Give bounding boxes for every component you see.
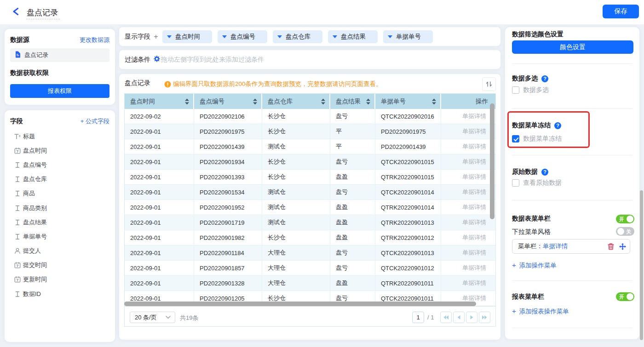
help-icon[interactable]: ?: [541, 169, 548, 176]
settings-panel: 数据筛选颜色设置 颜色设置 数据多选 ? 数据多选 数据菜单冻结 ? 数据菜单冻…: [505, 27, 639, 339]
multi-select-checkbox[interactable]: [512, 86, 519, 94]
field-item[interactable]: 盘点编号: [10, 158, 109, 172]
table-cell: 平: [330, 124, 375, 139]
page-title[interactable]: 盘点记录: [27, 7, 58, 18]
table-cell: 2022-09-01: [125, 154, 194, 170]
last-page-button[interactable]: [479, 312, 490, 323]
trash-icon[interactable]: [608, 243, 614, 250]
help-icon[interactable]: ?: [554, 122, 561, 129]
column-header[interactable]: 操作: [441, 94, 495, 109]
row-action-link[interactable]: 单据详情: [441, 245, 495, 261]
column-sort-icon[interactable]: [253, 98, 258, 105]
change-datasource-link[interactable]: 更改数据源: [80, 36, 109, 44]
page-scrollbar-thumb[interactable]: [640, 190, 643, 340]
row-action-link[interactable]: 单据详情: [441, 170, 495, 185]
horizontal-scrollbar-thumb[interactable]: [124, 301, 476, 306]
display-field-chip[interactable]: 盘点结果: [328, 30, 378, 43]
column-header[interactable]: 盘点结果: [330, 94, 375, 109]
column-header[interactable]: 盘点时间: [125, 94, 194, 109]
field-item[interactable]: 商品类别: [10, 201, 109, 215]
column-sort-icon[interactable]: [321, 98, 326, 105]
add-display-field-icon[interactable]: +: [153, 33, 159, 41]
dropdown-style-toggle[interactable]: 关: [616, 227, 634, 236]
table-menu-toggle[interactable]: 开: [616, 215, 634, 223]
column-header-label: 操作: [476, 97, 488, 106]
row-action-link[interactable]: 单据详情: [441, 200, 495, 215]
chip-label: 单据单号: [396, 33, 421, 41]
field-item[interactable]: 盘点仓库: [10, 172, 109, 187]
fields-title: 字段: [10, 117, 23, 125]
report-menu-toggle[interactable]: 开: [616, 292, 634, 301]
datasource-title: 数据源: [10, 36, 29, 44]
row-action-link[interactable]: 单据详情: [441, 139, 495, 154]
row-action-link[interactable]: 单据详情: [441, 185, 495, 200]
back-icon[interactable]: [12, 8, 19, 15]
display-field-chip[interactable]: 单据单号: [383, 30, 433, 43]
page-total: / 1: [427, 314, 434, 321]
sort-order-button[interactable]: [482, 77, 496, 91]
page-number-input[interactable]: [412, 312, 424, 323]
raw-data-title: 原始数据: [512, 168, 538, 176]
column-sort-icon[interactable]: [431, 98, 437, 105]
table-cell: QTRK20220901011: [375, 276, 441, 291]
display-field-chip[interactable]: 盘点时间: [162, 30, 212, 43]
menu-freeze-checkbox[interactable]: [512, 135, 519, 142]
field-item[interactable]: 提交时间: [10, 258, 109, 273]
raw-data-checkbox[interactable]: [512, 179, 519, 187]
row-action-link[interactable]: 单据详情: [441, 261, 495, 276]
field-item[interactable]: 更新时间: [10, 273, 109, 287]
menu-item-value[interactable]: 单据详情: [543, 242, 568, 250]
table-cell: PD20220901534: [194, 185, 262, 200]
field-item-label: 盘点时间: [23, 147, 47, 155]
row-action-link[interactable]: 单据详情: [441, 215, 495, 230]
next-page-button[interactable]: [466, 312, 477, 323]
column-header[interactable]: 单据单号: [375, 94, 441, 109]
column-header-label: 单据单号: [381, 97, 406, 106]
row-action-link[interactable]: 单据详情: [441, 109, 495, 124]
help-icon[interactable]: ?: [541, 75, 548, 82]
field-item[interactable]: 盘点时间: [10, 143, 109, 158]
column-header[interactable]: 盘点编号: [194, 94, 262, 109]
field-item-label: 商品类别: [23, 204, 47, 212]
add-action-menu-link[interactable]: +添加操作菜单: [512, 261, 557, 270]
table-cell: 测试仓: [262, 185, 330, 200]
display-field-chip[interactable]: 盘点仓库: [273, 30, 322, 43]
filter-placeholder[interactable]: 拖动左侧字段到此处来添加过滤条件: [161, 56, 264, 64]
table-cell: QTCK20220901014: [375, 185, 441, 200]
table-body: 2022-09-02PD20220902106长沙仓盘亏QTCK20220902…: [125, 109, 495, 307]
field-item[interactable]: 商品: [10, 187, 109, 201]
row-action-link[interactable]: 单据详情: [441, 230, 495, 245]
field-item[interactable]: 标题: [10, 129, 109, 143]
field-list: 标题盘点时间盘点编号盘点仓库商品商品类别盘点结果单据单号提交人提交时间更新时间数…: [10, 129, 109, 301]
field-item[interactable]: 单据单号: [10, 229, 109, 244]
table-card: 盘点记录 编辑界面只取数据源前200条作为查询数据预览，完整数据请访问页面查看。…: [119, 74, 500, 340]
multi-select-label: 数据多选: [523, 86, 549, 94]
table-vertical-scrollbar-thumb[interactable]: [490, 103, 494, 219]
menu-item-box[interactable]: 菜单栏： 单据详情: [512, 239, 630, 254]
table-cell: PD20220901934: [194, 154, 262, 170]
prev-page-button[interactable]: [453, 312, 465, 323]
display-field-chip[interactable]: 盘点编号: [218, 30, 267, 43]
filter-card: 过滤条件 拖动左侧字段到此处来添加过滤条件: [119, 50, 500, 69]
color-settings-button[interactable]: 颜色设置: [512, 40, 633, 54]
column-sort-icon[interactable]: [184, 98, 190, 105]
add-formula-field-link[interactable]: + 公式字段: [80, 117, 109, 125]
datasource-item[interactable]: 盘点记录: [10, 48, 109, 62]
field-item[interactable]: 提交人: [10, 244, 109, 258]
report-permission-button[interactable]: 报表权限: [10, 84, 109, 98]
page-size-select[interactable]: 20 条/页: [130, 312, 175, 323]
column-sort-icon[interactable]: [366, 98, 371, 105]
add-report-menu-link[interactable]: +添加报表操作菜单: [512, 307, 569, 316]
table-cell: QTRK20220901015: [375, 170, 441, 185]
column-header[interactable]: 盘点仓库: [262, 94, 330, 109]
field-item[interactable]: 数据ID: [10, 287, 109, 301]
save-button[interactable]: 保存: [603, 5, 639, 18]
row-action-link[interactable]: 单据详情: [441, 154, 495, 170]
row-action-link[interactable]: 单据详情: [441, 276, 495, 291]
move-icon[interactable]: [619, 243, 626, 250]
row-action-link[interactable]: 单据详情: [441, 124, 495, 139]
field-item[interactable]: 盘点结果: [10, 215, 109, 229]
first-page-button[interactable]: [440, 312, 452, 323]
gear-icon[interactable]: [154, 56, 160, 63]
menu-freeze-title: 数据菜单冻结: [512, 121, 551, 130]
